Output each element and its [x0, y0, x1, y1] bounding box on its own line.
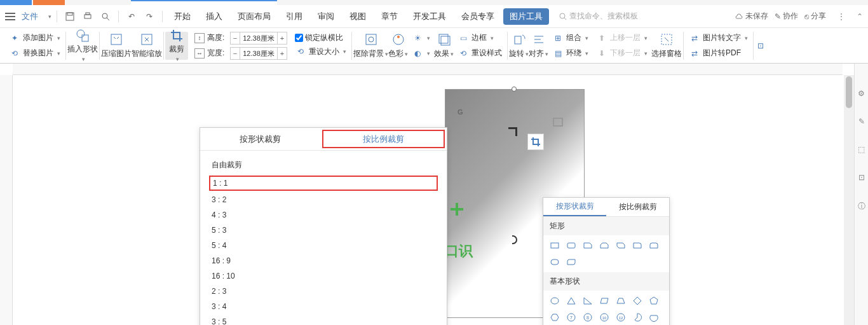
replace-image-button[interactable]: ⟲替换图片▾	[9, 46, 60, 60]
shape-snip-rect[interactable]	[581, 239, 594, 252]
crop-ratio-5-4[interactable]: 5 : 4	[200, 238, 447, 253]
preview-icon[interactable]	[98, 9, 113, 24]
pic-to-text-button[interactable]: ⇄图片转文字▾	[689, 31, 748, 45]
shape-round-diag[interactable]	[548, 256, 561, 268]
shape-triangle[interactable]	[565, 294, 578, 307]
lock-ratio-checkbox[interactable]: 锁定纵横比	[295, 32, 346, 43]
height-value[interactable]: 12.38厘米	[240, 32, 278, 44]
file-dropdown-icon[interactable]: ▾	[48, 13, 51, 20]
crop-tab-ratio[interactable]: 按比例裁剪	[322, 130, 445, 148]
shape-chord[interactable]	[648, 311, 660, 324]
smart-resize-button[interactable]: 智能缩放	[132, 32, 162, 60]
crop-ratio-3-5[interactable]: 3 : 5	[200, 314, 447, 325]
crop-free-label[interactable]: 自由裁剪	[200, 156, 447, 174]
menu-reference[interactable]: 引用	[280, 7, 309, 26]
crop-corner-marker[interactable]	[508, 127, 517, 136]
menu-devtools[interactable]: 开发工具	[407, 7, 452, 26]
shape-snip2-rect[interactable]	[598, 239, 611, 252]
width-decrease[interactable]: −	[231, 50, 240, 57]
command-search[interactable]: 查找命令、搜索模板	[559, 11, 638, 22]
height-increase[interactable]: +	[278, 34, 287, 42]
side-select-icon[interactable]: ⬚	[858, 145, 865, 154]
shape-round-single[interactable]	[631, 239, 644, 252]
crop-ratio-1-1[interactable]: 1 : 1	[209, 176, 438, 191]
side-clipboard-icon[interactable]: ⊡	[858, 173, 865, 182]
shape-rounded-rect[interactable]	[565, 239, 578, 252]
crop-ratio-2-3[interactable]: 2 : 3	[200, 284, 447, 299]
shape-hexagon[interactable]	[548, 311, 561, 324]
move-up-button[interactable]: ⬆上移一层▾	[596, 31, 648, 45]
tab-active[interactable]	[131, 0, 277, 5]
pic-to-pdf-button[interactable]: ⇄图片转PDF	[689, 46, 748, 60]
collapse-icon[interactable]: ⌃	[857, 12, 863, 21]
shape-tab-shape[interactable]: 按形状裁剪	[543, 198, 606, 216]
compress-image-button[interactable]: 压缩图片	[101, 32, 132, 60]
contrast-button[interactable]: ◐▾	[412, 46, 430, 60]
reset-style-button[interactable]: ⟲重设样式	[458, 46, 502, 60]
brightness-button[interactable]: ☀▾	[412, 31, 430, 45]
crop-ratio-3-4[interactable]: 3 : 4	[200, 299, 447, 314]
scroll-thumb[interactable]	[846, 76, 852, 108]
shape-dodecagon[interactable]: 12	[614, 311, 627, 324]
tab-2[interactable]	[33, 0, 65, 5]
rotate-button[interactable]: 旋转▾	[509, 32, 529, 60]
crop-ratio-5-3[interactable]: 5 : 3	[200, 223, 447, 238]
crop-floating-button[interactable]	[527, 134, 544, 150]
shape-tab-ratio[interactable]: 按比例裁剪	[606, 198, 669, 216]
width-value[interactable]: 12.38厘米	[240, 48, 278, 59]
crop-ratio-3-2[interactable]: 3 : 2	[200, 192, 447, 207]
save-icon[interactable]	[62, 9, 78, 24]
border-button[interactable]: ▭边框▾	[458, 31, 502, 45]
unsaved-status[interactable]: 未保存	[735, 11, 768, 22]
shape-pentagon[interactable]	[648, 294, 660, 307]
menu-file[interactable]: 文件	[22, 11, 38, 22]
height-spinner[interactable]: − 12.38厘米 +	[230, 32, 287, 45]
tab-1[interactable]	[0, 0, 32, 5]
ribbon-more[interactable]: ⊡	[755, 39, 766, 53]
shape-trapezoid[interactable]	[614, 294, 627, 307]
add-image-button[interactable]: ✦添加图片▾	[9, 31, 60, 45]
rotate-handle[interactable]	[512, 86, 517, 92]
move-down-button[interactable]: ⬇下移一层▾	[596, 46, 648, 60]
hamburger-icon[interactable]	[5, 13, 15, 20]
menu-view[interactable]: 视图	[343, 7, 372, 26]
shape-decagon[interactable]: 10	[598, 311, 611, 324]
select-pane-button[interactable]: 选择窗格	[651, 32, 682, 60]
menu-start[interactable]: 开始	[168, 7, 197, 26]
crop-ratio-4-3[interactable]: 4 : 3	[200, 207, 447, 223]
side-help-icon[interactable]: ⓘ	[858, 201, 865, 212]
menu-picture-tools[interactable]: 图片工具	[503, 8, 549, 25]
crop-ratio-16-10[interactable]: 16 : 10	[200, 268, 447, 284]
shape-pie[interactable]	[631, 311, 644, 324]
menu-member[interactable]: 会员专享	[455, 7, 501, 26]
crop-ratio-16-9[interactable]: 16 : 9	[200, 253, 447, 268]
shape-round-diag2[interactable]	[565, 256, 578, 268]
menu-layout[interactable]: 页面布局	[231, 7, 277, 26]
crop-button[interactable]: 裁剪▾	[165, 32, 188, 60]
shape-round-same[interactable]	[648, 239, 660, 252]
shape-snip-diag[interactable]	[614, 239, 627, 252]
undo-icon[interactable]: ↶	[124, 9, 139, 24]
reset-size-button[interactable]: ⟲重设大小▾	[295, 45, 346, 59]
print-icon[interactable]	[80, 9, 95, 24]
share-button[interactable]: ⎋ 分享	[804, 11, 826, 22]
menu-section[interactable]: 章节	[375, 7, 404, 26]
shape-diamond[interactable]	[631, 294, 644, 307]
align-button[interactable]: 对齐▾	[529, 32, 548, 60]
collab-button[interactable]: ✎ 协作	[775, 11, 798, 22]
shape-octagon[interactable]: 8	[581, 311, 594, 324]
color-button[interactable]: 色彩▾	[388, 32, 408, 60]
side-settings-icon[interactable]: ⚙	[858, 89, 865, 98]
shape-rt-triangle[interactable]	[581, 294, 594, 307]
shape-oval[interactable]	[548, 294, 561, 307]
shape-parallelogram[interactable]	[598, 294, 611, 307]
height-decrease[interactable]: −	[231, 34, 240, 42]
width-spinner[interactable]: − 12.38厘米 +	[230, 47, 287, 60]
side-style-icon[interactable]: ✎	[858, 117, 865, 126]
insert-shape-button[interactable]: 插入形状▾	[67, 32, 98, 60]
crop-tab-shape[interactable]: 按形状裁剪	[200, 128, 320, 150]
wrap-button[interactable]: ▤环绕▾	[552, 46, 588, 60]
effect-button[interactable]: 效果▾	[434, 32, 454, 60]
remove-bg-button[interactable]: 抠除背景▾	[353, 32, 388, 60]
width-increase[interactable]: +	[278, 50, 287, 57]
